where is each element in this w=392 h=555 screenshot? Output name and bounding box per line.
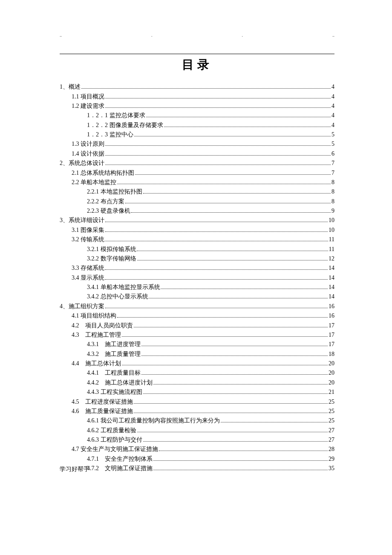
toc-leader-dots bbox=[105, 237, 328, 241]
toc-entry[interactable]: 1．2．2 图像质量及存储要求4 bbox=[60, 121, 334, 130]
toc-entry-label: 3.1 图像采集 bbox=[60, 227, 104, 233]
toc-leader-dots bbox=[122, 333, 328, 337]
toc-entry[interactable]: 4.6.2 工程质量检验27 bbox=[60, 426, 334, 435]
toc-leader-dots bbox=[153, 380, 328, 384]
toc-entry[interactable]: 3、系统详细设计10 bbox=[60, 216, 334, 225]
toc-entry[interactable]: 2、系统总体设计7 bbox=[60, 159, 334, 168]
toc-leader-dots bbox=[131, 209, 331, 213]
toc-leader-dots bbox=[137, 428, 328, 432]
toc-entry[interactable]: 2.1 总体系统结构拓扑图7 bbox=[60, 168, 334, 177]
toc-entry[interactable]: 4.7 安全生产与文明施工保证措施28 bbox=[60, 445, 334, 454]
toc-entry[interactable]: 4、施工组织方案16 bbox=[60, 302, 334, 311]
toc-entry-label: 4.6.2 工程质量检验 bbox=[60, 428, 136, 434]
toc-entry[interactable]: 3.1 图像采集10 bbox=[60, 225, 334, 235]
toc-entry-page: 4 bbox=[331, 113, 334, 119]
toc-leader-dots bbox=[221, 419, 328, 422]
toc-leader-dots bbox=[153, 466, 328, 470]
toc-entry-label: 4.6.3 工程防护与交付 bbox=[60, 437, 142, 443]
toc-leader-dots bbox=[125, 199, 331, 203]
toc-entry[interactable]: 3.4.1 单船本地监控显示系统14 bbox=[60, 283, 334, 292]
header-dot: . bbox=[151, 34, 153, 37]
toc-entry[interactable]: 1．2．3 监控中心5 bbox=[60, 130, 334, 139]
toc-leader-dots bbox=[143, 190, 331, 194]
toc-entry-page: 20 bbox=[329, 380, 334, 386]
toc-entry-label: 4.6 施工质量保证措施 bbox=[60, 408, 133, 414]
toc-entry-page: 14 bbox=[329, 284, 334, 290]
toc-entry[interactable]: 4.7.1 安全生产控制体系29 bbox=[60, 454, 334, 464]
toc-entry-label: 3.2 传输系统 bbox=[60, 237, 104, 243]
toc-entry-page: 4 bbox=[331, 122, 334, 128]
toc-entry[interactable]: 4.2 项目人员岗位职责17 bbox=[60, 321, 334, 330]
toc-entry-page: 9 bbox=[331, 208, 334, 214]
toc-entry[interactable]: 4.3 工程施工管理17 bbox=[60, 330, 334, 340]
toc-leader-dots bbox=[161, 285, 328, 289]
toc-leader-dots bbox=[105, 161, 331, 165]
toc-entry[interactable]: 4.6.1 我公司工程质量控制内容按照施工行为来分为25 bbox=[60, 416, 334, 425]
toc-entry[interactable]: 4.6.3 工程防护与交付27 bbox=[60, 435, 334, 445]
toc-leader-dots bbox=[122, 361, 328, 365]
toc-entry[interactable]: 4.6 施工质量保证措施25 bbox=[60, 407, 334, 416]
toc-leader-dots bbox=[105, 142, 331, 146]
toc-entry[interactable]: 1．2．1 监控总体要求4 bbox=[60, 111, 334, 120]
toc-entry-page: 27 bbox=[329, 437, 334, 443]
toc-entry[interactable]: 4.7.2 文明施工保证措施35 bbox=[60, 464, 334, 473]
toc-entry-page: 4 bbox=[331, 94, 334, 100]
toc-entry-label: 3.2.1 模拟传输系统 bbox=[60, 246, 136, 252]
toc-leader-dots bbox=[159, 447, 328, 451]
header-dot: .. bbox=[332, 34, 334, 37]
toc-leader-dots bbox=[143, 390, 328, 394]
toc-entry[interactable]: 1.3 设计原则5 bbox=[60, 139, 334, 149]
toc-entry-label: 4.3 工程施工管理 bbox=[60, 332, 121, 338]
toc-entry-label: 1.4 设计依据 bbox=[60, 151, 104, 157]
toc-entry-page: 20 bbox=[329, 361, 334, 367]
toc-entry-label: 4.7 安全生产与文明施工保证措施 bbox=[60, 446, 158, 452]
toc-entry-page: 6 bbox=[331, 151, 334, 157]
toc-entry[interactable]: 2.2 单船本地监控8 bbox=[60, 178, 334, 187]
toc-entry-label: 4.7.1 安全生产控制体系 bbox=[60, 456, 153, 462]
toc-entry[interactable]: 4.5 工程进度保证措施25 bbox=[60, 397, 334, 406]
toc-entry[interactable]: 4.3.2 施工质量管理18 bbox=[60, 350, 334, 359]
toc-entry[interactable]: 1.2 建设需求4 bbox=[60, 101, 334, 111]
toc-entry-label: 4.3.1 施工进度管理 bbox=[60, 341, 141, 347]
toc-entry[interactable]: 3.2.2 数字传输网络12 bbox=[60, 254, 334, 263]
toc-entry[interactable]: 3.4.2 总控中心显示系统14 bbox=[60, 292, 334, 301]
header-dot: . bbox=[242, 34, 243, 37]
toc-entry[interactable]: 3.3 存储系统14 bbox=[60, 263, 334, 273]
toc-entry-page: 10 bbox=[329, 217, 334, 223]
toc-entry-label: 1．2．2 图像质量及存储要求 bbox=[60, 122, 163, 128]
toc-entry-page: 11 bbox=[329, 237, 334, 243]
toc-entry[interactable]: 2.2.1 本地监控拓扑图8 bbox=[60, 187, 334, 197]
toc-entry-page: 5 bbox=[331, 141, 334, 147]
toc-entry-page: 27 bbox=[329, 428, 334, 434]
toc-entry[interactable]: 4.3.1 施工进度管理17 bbox=[60, 340, 334, 349]
toc-entry[interactable]: 4.4.3 工程实施流程图21 bbox=[60, 387, 334, 397]
toc-leader-dots bbox=[105, 275, 328, 279]
toc-entry[interactable]: 1.1 项目概况4 bbox=[60, 92, 334, 101]
toc-entry[interactable]: 3.2.1 模拟传输系统11 bbox=[60, 244, 334, 254]
toc-entry-label: 4.5 工程进度保证措施 bbox=[60, 399, 133, 405]
toc-entry[interactable]: 3.4 显示系统14 bbox=[60, 273, 334, 283]
toc-entry-label: 4.4.1 工程质量目标 bbox=[60, 370, 141, 376]
toc-entry[interactable]: 1、概述4 bbox=[60, 82, 334, 92]
toc-entry[interactable]: 2.2.2 布点方案8 bbox=[60, 197, 334, 206]
toc-entry-label: 2.1 总体系统结构拓扑图 bbox=[60, 170, 134, 176]
toc-list: 1、概述41.1 项目概况41.2 建设需求41．2．1 监控总体要求41．2．… bbox=[60, 82, 334, 473]
toc-entry-label: 3.4.2 总控中心显示系统 bbox=[60, 294, 148, 300]
toc-entry[interactable]: 4.4.2 施工总体进度计划20 bbox=[60, 378, 334, 387]
toc-entry-page: 14 bbox=[329, 265, 334, 271]
toc-leader-dots bbox=[134, 399, 328, 403]
toc-leader-dots bbox=[141, 342, 328, 346]
toc-entry[interactable]: 2.2.3 硬盘录像机9 bbox=[60, 206, 334, 216]
toc-entry[interactable]: 1.4 设计依据6 bbox=[60, 149, 334, 159]
toc-entry-page: 14 bbox=[329, 294, 334, 300]
toc-leader-dots bbox=[105, 266, 328, 270]
toc-entry-page: 16 bbox=[329, 304, 334, 309]
toc-entry[interactable]: 4.4 施工总体计划20 bbox=[60, 359, 334, 368]
toc-leader-dots bbox=[141, 371, 328, 375]
header-dots-row: .. . . .. bbox=[60, 34, 334, 37]
toc-entry-page: 5 bbox=[331, 132, 334, 138]
toc-entry-label: 3、系统详细设计 bbox=[60, 217, 104, 223]
toc-entry[interactable]: 4.1 项目组织结构16 bbox=[60, 311, 334, 321]
toc-entry[interactable]: 4.4.1 工程质量目标20 bbox=[60, 368, 334, 378]
toc-entry[interactable]: 3.2 传输系统11 bbox=[60, 235, 334, 244]
